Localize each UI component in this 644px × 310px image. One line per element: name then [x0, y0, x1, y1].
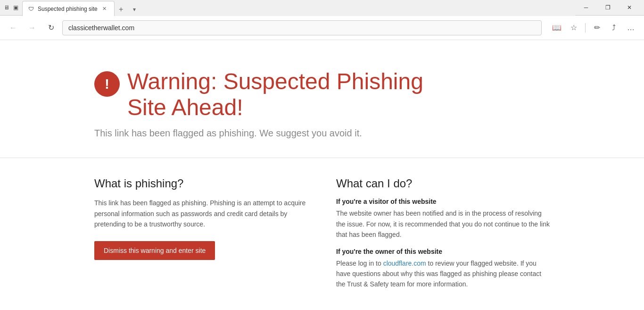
- cloudflare-login-link[interactable]: cloudflare.com: [383, 260, 426, 267]
- phishing-description: This link has been flagged as phishing. …: [94, 198, 308, 229]
- pen-button[interactable]: ✏: [589, 20, 604, 35]
- share-button[interactable]: ⤴: [606, 20, 621, 35]
- favorites-button[interactable]: ☆: [566, 20, 581, 35]
- nav-bar: ← → ↻ 📖 ☆ ✏ ⤴ …: [0, 16, 644, 40]
- warning-title-block: Warning: Suspected Phishing Site Ahead!: [127, 68, 423, 120]
- page-content: ! Warning: Suspected Phishing Site Ahead…: [0, 40, 644, 310]
- warning-exclamation: !: [105, 77, 109, 91]
- visitor-text: The website owner has been notified and …: [336, 208, 550, 240]
- reading-view-button[interactable]: 📖: [549, 20, 564, 35]
- nav-tools: 📖 ☆ ✏ ⤴ …: [549, 20, 638, 35]
- info-columns: What is phishing? This link has been fla…: [0, 158, 644, 310]
- back-button[interactable]: ←: [6, 20, 21, 35]
- active-tab[interactable]: 🛡 Suspected phishing site ✕: [22, 1, 115, 16]
- owner-subheading: If you're the owner of this website: [336, 248, 550, 255]
- more-button[interactable]: …: [623, 20, 638, 35]
- address-bar[interactable]: [62, 20, 542, 35]
- owner-text: Please log in to cloudflare.com to revie…: [336, 258, 550, 290]
- window-icon: 🖥: [4, 4, 9, 11]
- warning-title-line1: Warning: Suspected Phishing: [127, 69, 423, 94]
- reload-button[interactable]: ↻: [43, 20, 58, 35]
- dismiss-button[interactable]: Dismiss this warning and enter site: [94, 241, 215, 260]
- window-controls: ─ ❐ ✕: [575, 0, 640, 15]
- forward-button[interactable]: →: [25, 20, 40, 35]
- warning-title-row: ! Warning: Suspected Phishing Site Ahead…: [94, 68, 550, 120]
- warning-subtitle: This link has been flagged as phishing. …: [94, 128, 550, 139]
- warning-title: Warning: Suspected Phishing Site Ahead!: [127, 68, 423, 120]
- maximize-button[interactable]: ❐: [597, 0, 619, 15]
- window-icon2: ▣: [13, 4, 18, 11]
- new-tab-button[interactable]: +: [115, 3, 128, 16]
- warning-section: ! Warning: Suspected Phishing Site Ahead…: [0, 40, 644, 158]
- tab-close-button[interactable]: ✕: [100, 5, 108, 13]
- tab-favicon: 🛡: [28, 6, 35, 12]
- nav-divider: [585, 23, 586, 33]
- warning-icon: !: [94, 71, 120, 97]
- minimize-button[interactable]: ─: [575, 0, 597, 15]
- tab-label: Suspected phishing site: [38, 6, 98, 12]
- left-heading: What is phishing?: [94, 177, 308, 190]
- visitor-subheading: If you're a visitor of this website: [336, 198, 550, 205]
- close-button[interactable]: ✕: [619, 0, 640, 15]
- right-heading: What can I do?: [336, 177, 550, 190]
- warning-title-line2: Site Ahead!: [127, 95, 243, 120]
- right-column: What can I do? If you're a visitor of th…: [336, 177, 550, 297]
- tab-dropdown-button[interactable]: ▾: [128, 3, 141, 16]
- left-column: What is phishing? This link has been fla…: [94, 177, 308, 297]
